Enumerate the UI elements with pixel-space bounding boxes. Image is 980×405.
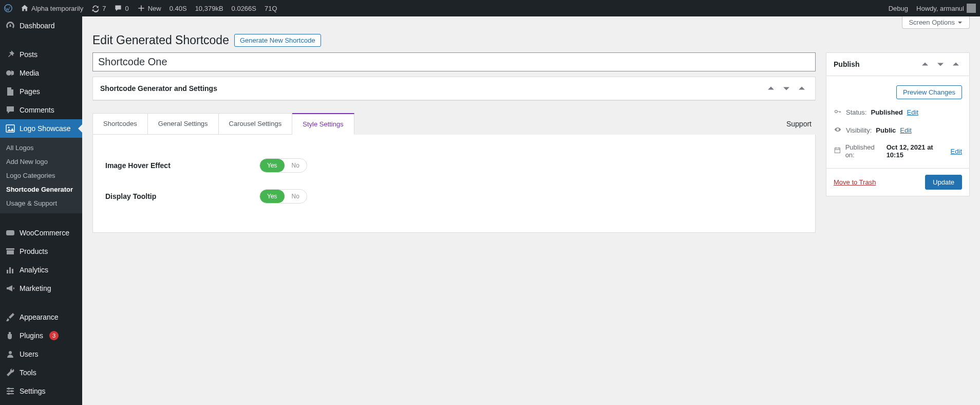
toggle-no[interactable]: No xyxy=(285,159,307,172)
home-icon xyxy=(21,4,29,12)
comments-count: 0 xyxy=(125,5,128,12)
wp-logo[interactable] xyxy=(0,0,16,16)
new-content-link[interactable]: New xyxy=(133,0,165,16)
submenu-all-logos[interactable]: All Logos xyxy=(0,141,82,155)
setting-label: Image Hover Effect xyxy=(105,161,239,170)
published-value: Oct 12, 2021 at 10:15 xyxy=(887,143,947,159)
menu-comments[interactable]: Comments xyxy=(0,101,82,119)
admin-bar-left: Alpha temporarily 7 0 New 0.40S 10,379kB… xyxy=(0,0,281,16)
comment-icon xyxy=(5,105,15,115)
menu-dashboard[interactable]: Dashboard xyxy=(0,16,82,35)
key-icon xyxy=(834,107,842,117)
toggle-no[interactable]: No xyxy=(285,190,307,203)
setting-display-tooltip: Display Tooltip Yes No xyxy=(105,181,803,212)
updates-link[interactable]: 7 xyxy=(87,0,110,16)
move-to-trash-link[interactable]: Move to Trash xyxy=(834,178,876,186)
menu-label: Pages xyxy=(20,87,40,96)
publish-body: Preview Changes Status: Published Edit V… xyxy=(826,76,969,168)
media-icon xyxy=(5,68,15,78)
svg-rect-11 xyxy=(835,148,840,153)
menu-separator xyxy=(0,35,82,45)
handle-actions xyxy=(919,58,962,70)
image-hover-toggle[interactable]: Yes No xyxy=(259,158,307,173)
metabox-header: Shortcode Generator and Settings xyxy=(93,77,815,100)
menu-logo-showcase[interactable]: Logo Showcase xyxy=(0,119,82,138)
move-up-button[interactable] xyxy=(765,82,777,95)
main-column: Shortcode Generator and Settings Shortco… xyxy=(92,52,816,233)
debug-link[interactable]: Debug xyxy=(884,0,912,16)
publish-metabox: Publish Preview Changes Status: Publish xyxy=(826,52,970,196)
perf-time[interactable]: 0.40S xyxy=(165,0,191,16)
menu-separator xyxy=(0,213,82,224)
calendar-icon xyxy=(834,146,841,156)
submenu-logo-categories[interactable]: Logo Categories xyxy=(0,169,82,182)
my-account[interactable]: Howdy, armanul xyxy=(912,0,980,16)
site-name-link[interactable]: Alpha temporarily xyxy=(16,0,87,16)
image-icon xyxy=(5,123,15,134)
move-down-button[interactable] xyxy=(934,58,947,70)
toggle-yes[interactable]: Yes xyxy=(260,159,285,172)
avatar xyxy=(967,4,976,13)
svg-rect-4 xyxy=(6,230,14,235)
admin-bar: Alpha temporarily 7 0 New 0.40S 10,379kB… xyxy=(0,0,980,16)
publish-visibility: Visibility: Public Edit xyxy=(834,121,962,139)
support-link[interactable]: Support xyxy=(786,120,816,128)
perf-dur[interactable]: 0.0266S xyxy=(228,0,260,16)
perf-size[interactable]: 10,379kB xyxy=(191,0,228,16)
style-settings-panel: Image Hover Effect Yes No Display Toolti… xyxy=(92,135,816,233)
handle-actions xyxy=(765,82,808,95)
menu-posts[interactable]: Posts xyxy=(0,45,82,64)
menu-label: Media xyxy=(20,69,39,77)
menu-pages[interactable]: Pages xyxy=(0,82,82,101)
toggle-panel-button[interactable] xyxy=(796,82,808,95)
eye-icon xyxy=(834,125,842,135)
submenu-usage-support[interactable]: Usage & Support xyxy=(0,196,82,210)
menu-products[interactable]: Products xyxy=(0,242,82,243)
update-button[interactable]: Update xyxy=(925,175,962,190)
tab-general-settings[interactable]: General Settings xyxy=(148,113,219,135)
generate-new-shortcode-button[interactable]: Generate New Shortcode xyxy=(234,34,321,47)
wordpress-icon xyxy=(4,4,12,12)
page-icon xyxy=(5,86,15,97)
edit-visibility-link[interactable]: Edit xyxy=(900,126,911,134)
tab-shortcodes[interactable]: Shortcodes xyxy=(92,113,148,135)
toggle-yes[interactable]: Yes xyxy=(260,190,285,203)
preview-changes-button[interactable]: Preview Changes xyxy=(896,85,962,99)
side-column: Publish Preview Changes Status: Publish xyxy=(826,52,970,196)
new-label: New xyxy=(148,5,161,12)
tab-style-settings[interactable]: Style Settings xyxy=(292,113,354,135)
edit-date-link[interactable]: Edit xyxy=(951,148,962,155)
screen-options-toggle[interactable]: Screen Options xyxy=(902,16,970,29)
submenu-shortcode-generator[interactable]: Shortcode Generator xyxy=(0,182,82,196)
page-title: Edit Generated Shortcode xyxy=(92,33,229,47)
tab-carousel-settings[interactable]: Carousel Settings xyxy=(219,113,293,135)
updates-count: 7 xyxy=(102,5,106,12)
menu-media[interactable]: Media xyxy=(0,64,82,82)
publish-header: Publish xyxy=(826,53,969,76)
perf-queries[interactable]: 71Q xyxy=(260,0,281,16)
plus-icon xyxy=(137,4,145,12)
move-down-button[interactable] xyxy=(780,82,793,95)
move-up-button[interactable] xyxy=(919,58,931,70)
menu-woocommerce[interactable]: WooCommerce xyxy=(0,224,82,242)
svg-point-10 xyxy=(835,111,837,113)
publish-date: Published on: Oct 12, 2021 at 10:15 Edit xyxy=(834,139,962,163)
dashboard-icon xyxy=(5,21,15,31)
visibility-label: Visibility: xyxy=(846,126,872,134)
comments-link[interactable]: 0 xyxy=(110,0,133,16)
pin-icon xyxy=(5,49,15,60)
display-tooltip-toggle[interactable]: Yes No xyxy=(259,189,307,204)
publish-actions: Move to Trash Update xyxy=(826,168,969,196)
post-title-input[interactable] xyxy=(92,52,816,71)
update-icon xyxy=(91,4,100,12)
published-label: Published on: xyxy=(845,143,882,159)
menu-label: Comments xyxy=(20,106,54,114)
setting-label: Display Tooltip xyxy=(105,192,239,200)
admin-menu: Dashboard Posts Media Pages Comments Log… xyxy=(0,16,82,243)
edit-status-link[interactable]: Edit xyxy=(907,108,918,116)
preview-wrap: Preview Changes xyxy=(834,81,962,103)
submenu-add-new-logo[interactable]: Add New logo xyxy=(0,155,82,169)
setting-image-hover-effect: Image Hover Effect Yes No xyxy=(105,150,803,181)
content-area: Screen Options Edit Generated Shortcode … xyxy=(82,16,980,243)
toggle-panel-button[interactable] xyxy=(950,58,962,70)
